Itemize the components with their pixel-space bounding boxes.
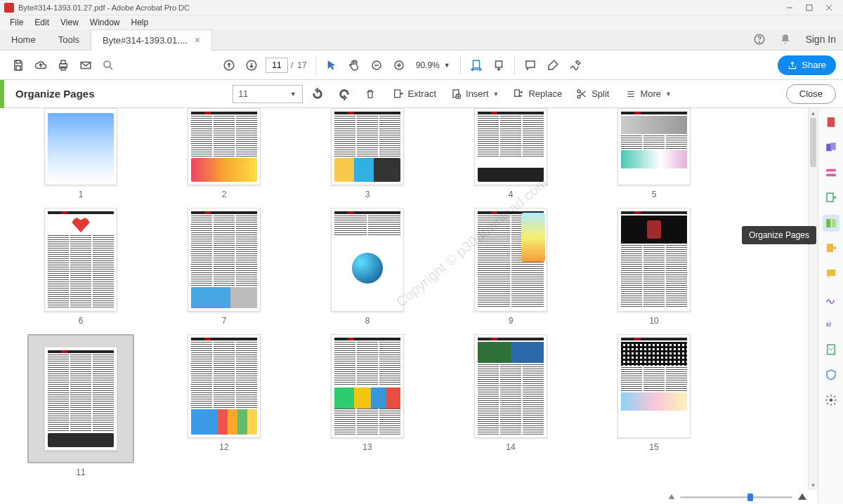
optimize-icon[interactable] [823,341,839,358]
close-panel-button[interactable]: Close [786,84,836,104]
svg-rect-1 [806,5,812,11]
tab-close-icon[interactable]: × [195,34,200,46]
replace-button[interactable]: Replace [507,84,568,105]
page-thumbnail[interactable]: 12 [171,334,277,477]
page-thumbnail[interactable]: 15 [601,334,707,477]
insert-button[interactable]: Insert▼ [445,84,504,105]
sign-in-link[interactable]: Sign In [798,29,843,50]
zoom-level-dropdown[interactable]: 90.9%▼ [410,58,456,73]
scrollbar-thumb[interactable] [810,118,816,167]
app-tabs: Home Tools Byte#314-1393.01.... × Sign I… [0,29,843,51]
combine-files-icon[interactable] [823,139,839,156]
share-label: Share [802,60,826,70]
sign-icon[interactable] [564,54,587,77]
maximize-button[interactable] [799,1,819,14]
svg-point-5 [759,41,760,42]
organize-pages-icon[interactable] [823,215,839,232]
fit-width-icon[interactable] [465,54,488,77]
fill-sign-icon[interactable] [823,291,839,307]
more-button[interactable]: More▼ [620,84,677,105]
extract-button[interactable]: Extract [387,84,442,105]
notifications-icon[interactable] [773,29,798,50]
search-icon[interactable] [97,54,119,77]
main-toolbar: / 17 90.9%▼ Share [0,51,843,80]
menu-edit[interactable]: Edit [29,16,55,29]
rotate-right-button[interactable] [332,84,356,105]
zoom-out-icon[interactable] [365,54,388,77]
large-thumb-icon [797,491,808,503]
svg-rect-38 [826,174,836,177]
close-button[interactable] [819,1,839,14]
page-up-icon[interactable] [218,54,240,77]
window-titlebar: Byte#314-1393.01.27.pdf - Adobe Acrobat … [0,0,843,15]
organize-toolbar: Organize Pages 11▼ Extract Insert▼ Repla… [0,80,843,108]
page-thumbnail[interactable]: 6 [28,208,133,326]
comment-icon[interactable] [519,54,542,77]
page-thumbnail[interactable]: 1 [28,108,133,199]
page-thumbnail[interactable]: 14 [458,334,563,477]
menu-view[interactable]: View [55,16,84,29]
page-thumbnail[interactable]: 7 [171,208,277,326]
page-select-dropdown[interactable]: 11▼ [233,85,303,103]
zoom-knob[interactable] [747,493,753,501]
page-thumbnail[interactable]: 5 [601,108,707,199]
thumbnail-zoom-slider[interactable] [667,490,808,504]
export-pdf-icon[interactable] [823,190,839,206]
hand-tool-icon[interactable] [343,54,365,77]
svg-rect-22 [495,61,502,67]
share-button[interactable]: Share [778,55,836,75]
page-thumbnail[interactable]: 10 [601,208,707,326]
svg-rect-6 [16,60,20,63]
rotate-left-button[interactable] [306,84,329,105]
scroll-down-icon[interactable]: ▼ [809,480,818,490]
print-icon[interactable] [52,54,74,77]
select-tool-icon[interactable] [320,54,343,77]
tab-file-label: Byte#314-1393.01.... [103,35,188,46]
page-total: 17 [293,60,311,70]
zoom-in-icon[interactable] [388,54,410,77]
fit-page-icon[interactable] [488,54,510,77]
svg-rect-37 [826,169,836,172]
page-number-input[interactable] [266,58,288,73]
delete-button[interactable] [359,84,381,105]
edit-pdf-icon[interactable] [823,164,839,181]
thumbnail-grid[interactable]: 1 2 3 4 5 6 7 8 9 10 11 12 13 14 15 [0,108,808,504]
page-thumbnail-selected[interactable]: 11 [28,334,133,477]
scroll-up-icon[interactable]: ▲ [809,108,818,118]
highlight-icon[interactable] [542,54,564,77]
page-thumbnail[interactable]: 13 [315,334,420,477]
help-icon[interactable] [746,29,773,50]
menu-help[interactable]: Help [126,16,155,29]
email-icon[interactable] [74,54,97,77]
page-thumbnail[interactable]: 3 [315,108,420,199]
menu-file[interactable]: File [4,16,29,29]
minimize-button[interactable] [780,1,799,14]
split-button[interactable]: Split [570,84,615,105]
redact-icon[interactable]: xi [823,316,839,333]
protect-icon[interactable] [823,366,839,383]
svg-rect-23 [394,90,400,98]
page-thumbnail[interactable]: 9 [458,208,563,326]
svg-rect-41 [831,219,835,227]
send-for-comments-icon[interactable] [823,240,839,257]
svg-rect-28 [515,90,520,96]
comment-tool-icon[interactable] [823,265,839,282]
page-thumbnail[interactable]: 4 [458,108,563,199]
page-thumbnail[interactable]: 2 [171,108,277,199]
page-down-icon[interactable] [240,54,263,77]
svg-rect-34 [827,117,835,127]
tab-file[interactable]: Byte#314-1393.01.... × [91,29,212,51]
tab-tools[interactable]: Tools [47,29,91,50]
vertical-scrollbar[interactable]: ▲ ▼ [808,108,818,490]
svg-text:xi: xi [825,321,831,328]
page-thumbnail[interactable]: 8 [315,208,420,326]
menu-window[interactable]: Window [84,16,126,29]
cloud-upload-icon[interactable] [30,54,52,77]
create-pdf-icon[interactable] [823,114,839,131]
small-thumb-icon [667,493,676,501]
svg-rect-40 [826,219,830,227]
svg-line-13 [110,67,112,69]
tab-home[interactable]: Home [0,29,47,50]
more-tools-icon[interactable] [823,392,839,409]
save-icon[interactable] [7,54,30,77]
